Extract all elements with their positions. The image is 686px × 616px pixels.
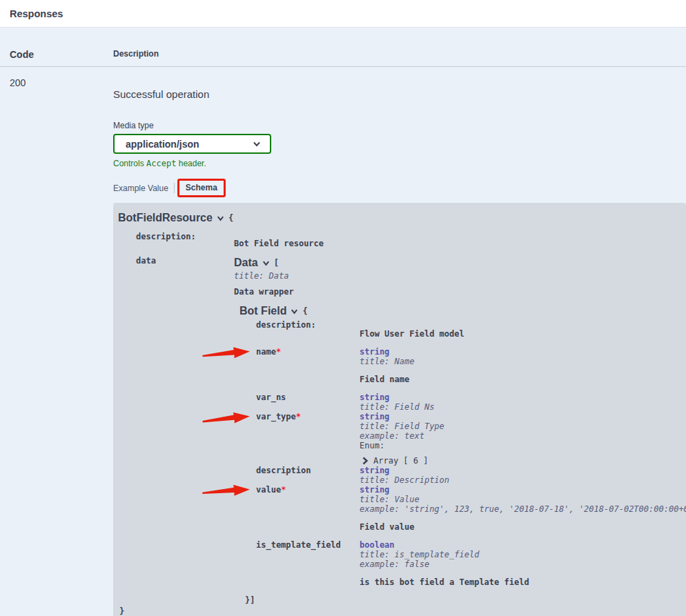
property-title-meta: title: Field Type [360, 421, 686, 431]
accept-note-prefix: Controls [113, 159, 146, 168]
property-example-meta: example: false [360, 559, 686, 569]
accept-note-suffix: header. [176, 159, 206, 168]
required-asterisk: * [281, 485, 286, 495]
accept-note-code: Accept [146, 159, 176, 168]
response-description-cell: Successful operation Media type applicat… [113, 67, 686, 616]
responses-section-header: Responses [0, 0, 686, 28]
bot-field-model-block: Bot Field { description: Flow User Field… [239, 304, 686, 605]
annotation-arrow-icon [202, 346, 251, 361]
property-row-is-template-field: is_template_field boolean title: is_temp… [256, 540, 686, 595]
property-row-var-ns: var_ns string title: Field Ns [256, 393, 686, 412]
model-botfieldresource-name: BotFieldResource [118, 213, 213, 223]
property-type: string [360, 412, 686, 421]
response-description-text: Successful operation [113, 88, 686, 100]
property-title-meta: title: Value [360, 495, 686, 504]
bot-field-description-row: description: Flow User Field model [256, 320, 686, 347]
enum-array-toggle[interactable]: Array [ 6 ] [360, 456, 686, 466]
model-root-properties: description: Bot Field resource data Dat… [136, 232, 680, 605]
media-type-selected-option: application/json [126, 139, 199, 150]
tab-divider [174, 183, 175, 193]
chevron-down-icon [216, 214, 225, 223]
response-row-200: 200 Successful operation Media type appl… [0, 67, 686, 616]
media-type-label: Media type [113, 121, 686, 130]
chevron-down-icon [262, 259, 271, 268]
property-description: Field value [360, 522, 686, 532]
enum-label: Enum: [360, 441, 686, 450]
property-name: description [256, 466, 360, 485]
code-column-header: Code [10, 49, 113, 60]
model-tabs: Example Value Schema [113, 177, 686, 199]
root-description-value: Bot Field resource [234, 232, 686, 248]
bot-field-close-braces: }] [245, 595, 686, 605]
accept-header-note: Controls Accept header. [113, 159, 686, 168]
chevron-down-icon [290, 307, 299, 316]
property-example-meta: example: text [360, 431, 686, 441]
required-asterisk: * [296, 412, 301, 421]
chevron-down-icon [252, 139, 262, 149]
annotation-arrow-icon [202, 484, 251, 499]
responses-title: Responses [10, 8, 676, 19]
root-data-key: data [136, 256, 234, 605]
property-type: string [360, 347, 686, 357]
description-key: description: [256, 320, 360, 347]
model-bot-field-name: Bot Field [239, 306, 286, 316]
property-type: string [360, 466, 686, 475]
root-description-key: description: [136, 232, 234, 248]
open-brace: { [302, 306, 307, 316]
property-name: var_ns [256, 393, 360, 412]
property-title-meta: title: Field Ns [360, 402, 686, 412]
data-title-meta: title: Data [234, 271, 686, 281]
model-close-brace: } [119, 606, 680, 616]
property-name: name* [256, 347, 360, 393]
enum-array-label: Array [ 6 ] [373, 456, 428, 466]
property-type: string [360, 393, 686, 402]
model-bot-field-toggle[interactable]: Bot Field { [239, 304, 686, 317]
property-title-meta: title: is_template_field [360, 550, 686, 559]
media-type-block: Media type application/json Controls Acc… [113, 121, 686, 168]
model-data-toggle[interactable]: Data [ [234, 256, 686, 269]
open-brace: { [228, 213, 233, 223]
required-asterisk: * [276, 347, 281, 357]
bot-field-description-value: Flow User Field model [360, 320, 686, 339]
model-data-name: Data [234, 258, 258, 268]
tab-example-value[interactable]: Example Value [113, 183, 168, 193]
property-name: var_type* [256, 412, 360, 466]
responses-body: Code Description 200 Successful operatio… [0, 28, 686, 616]
property-type: string [360, 485, 686, 495]
response-status-code: 200 [10, 67, 113, 616]
chevron-right-icon [362, 457, 369, 465]
property-title-meta: title: Description [360, 475, 686, 485]
property-title-meta: title: Name [360, 357, 686, 366]
data-description: Data wrapper [234, 287, 686, 297]
property-row-description: description string title: Description [256, 466, 686, 485]
property-row-name: name* string title: Name Field name [256, 347, 686, 393]
tab-schema[interactable]: Schema [186, 183, 217, 192]
property-name: value* [256, 485, 360, 540]
open-bracket: [ [274, 258, 279, 268]
bot-field-properties: description: Flow User Field model name* [256, 320, 686, 595]
media-type-select[interactable]: application/json [113, 134, 271, 154]
property-type: boolean [360, 540, 686, 550]
responses-table-header: Code Description [0, 28, 686, 67]
property-name: is_template_field [256, 540, 360, 595]
schema-model-box: BotFieldResource { description: Bot Fiel… [113, 203, 686, 616]
property-row-value: value* string title: Value example: 'str… [256, 485, 686, 540]
property-description: is this bot field a Template field [360, 577, 686, 587]
data-model-block: Data [ title: Data Data wrapper Bot Fiel… [234, 256, 686, 605]
property-example-meta: example: 'string', 123, true, '2018-07-1… [360, 504, 686, 514]
model-botfieldresource-toggle[interactable]: BotFieldResource { [118, 211, 680, 224]
schema-annotation-box: Schema [177, 179, 226, 197]
swagger-responses-panel: Responses Code Description 200 Successfu… [0, 0, 686, 616]
property-row-var-type: var_type* string title: Field Type examp… [256, 412, 686, 466]
property-description: Field name [360, 375, 686, 384]
description-column-header: Description [113, 49, 686, 60]
